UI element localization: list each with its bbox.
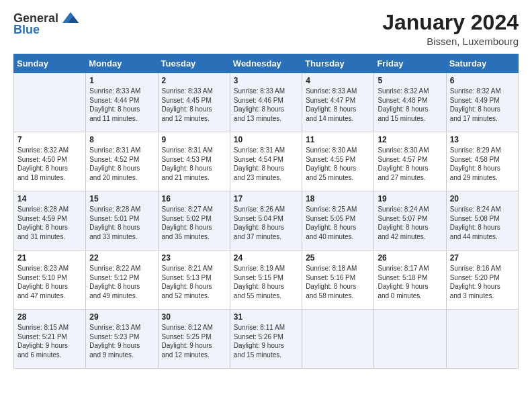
calendar-cell: 25Sunrise: 8:18 AM Sunset: 5:16 PM Dayli… bbox=[302, 250, 374, 310]
day-number: 3 bbox=[234, 76, 298, 85]
day-info: Sunrise: 8:33 AM Sunset: 4:44 PM Dayligh… bbox=[89, 87, 154, 123]
day-info: Sunrise: 8:32 AM Sunset: 4:49 PM Dayligh… bbox=[450, 87, 515, 123]
day-number: 21 bbox=[17, 253, 82, 263]
calendar-cell bbox=[14, 73, 86, 132]
calendar-cell: 15Sunrise: 8:28 AM Sunset: 5:01 PM Dayli… bbox=[86, 191, 158, 250]
day-info: Sunrise: 8:22 AM Sunset: 5:12 PM Dayligh… bbox=[89, 264, 154, 300]
day-number: 9 bbox=[162, 135, 226, 144]
calendar-cell: 6Sunrise: 8:32 AM Sunset: 4:49 PM Daylig… bbox=[446, 73, 518, 132]
day-info: Sunrise: 8:30 AM Sunset: 4:57 PM Dayligh… bbox=[378, 146, 442, 182]
calendar-cell: 23Sunrise: 8:21 AM Sunset: 5:13 PM Dayli… bbox=[158, 250, 230, 310]
calendar-cell: 19Sunrise: 8:24 AM Sunset: 5:07 PM Dayli… bbox=[374, 191, 446, 250]
calendar-cell: 10Sunrise: 8:31 AM Sunset: 4:54 PM Dayli… bbox=[230, 132, 302, 191]
day-number: 30 bbox=[162, 312, 226, 322]
day-info: Sunrise: 8:21 AM Sunset: 5:13 PM Dayligh… bbox=[162, 264, 226, 300]
calendar-cell: 22Sunrise: 8:22 AM Sunset: 5:12 PM Dayli… bbox=[86, 250, 158, 310]
calendar-cell: 21Sunrise: 8:23 AM Sunset: 5:10 PM Dayli… bbox=[14, 250, 86, 310]
day-number: 23 bbox=[162, 253, 226, 263]
calendar-cell: 28Sunrise: 8:15 AM Sunset: 5:21 PM Dayli… bbox=[14, 310, 86, 369]
day-number: 25 bbox=[306, 253, 370, 263]
day-info: Sunrise: 8:15 AM Sunset: 5:21 PM Dayligh… bbox=[17, 323, 82, 359]
logo-blue-text: Blue bbox=[13, 23, 40, 37]
day-info: Sunrise: 8:13 AM Sunset: 5:23 PM Dayligh… bbox=[89, 323, 154, 359]
title-block: January 2024 Bissen, Luxembourg bbox=[382, 11, 519, 47]
calendar-cell: 7Sunrise: 8:32 AM Sunset: 4:50 PM Daylig… bbox=[14, 132, 86, 191]
table-row: 28Sunrise: 8:15 AM Sunset: 5:21 PM Dayli… bbox=[14, 310, 519, 369]
header-saturday: Saturday bbox=[446, 54, 518, 73]
logo: General Blue bbox=[13, 11, 80, 37]
calendar-cell: 18Sunrise: 8:25 AM Sunset: 5:05 PM Dayli… bbox=[302, 191, 374, 250]
day-number: 26 bbox=[378, 253, 442, 263]
table-row: 21Sunrise: 8:23 AM Sunset: 5:10 PM Dayli… bbox=[14, 250, 519, 310]
calendar-cell: 8Sunrise: 8:31 AM Sunset: 4:52 PM Daylig… bbox=[86, 132, 158, 191]
calendar-cell bbox=[302, 310, 374, 369]
calendar-cell: 1Sunrise: 8:33 AM Sunset: 4:44 PM Daylig… bbox=[86, 73, 158, 132]
logo-icon bbox=[61, 11, 80, 26]
header-tuesday: Tuesday bbox=[158, 54, 230, 73]
day-number: 5 bbox=[378, 76, 442, 85]
calendar-cell bbox=[374, 310, 446, 369]
header: General Blue January 2024 Bissen, Luxemb… bbox=[13, 11, 519, 47]
day-number: 19 bbox=[378, 194, 442, 203]
day-number: 2 bbox=[162, 76, 226, 85]
day-number: 8 bbox=[89, 135, 154, 144]
calendar-cell: 5Sunrise: 8:32 AM Sunset: 4:48 PM Daylig… bbox=[374, 73, 446, 132]
day-info: Sunrise: 8:23 AM Sunset: 5:10 PM Dayligh… bbox=[17, 264, 82, 300]
calendar-cell: 17Sunrise: 8:26 AM Sunset: 5:04 PM Dayli… bbox=[230, 191, 302, 250]
day-info: Sunrise: 8:12 AM Sunset: 5:25 PM Dayligh… bbox=[162, 323, 226, 359]
day-number: 16 bbox=[162, 194, 226, 203]
day-info: Sunrise: 8:16 AM Sunset: 5:20 PM Dayligh… bbox=[450, 264, 515, 300]
day-info: Sunrise: 8:18 AM Sunset: 5:16 PM Dayligh… bbox=[306, 264, 370, 300]
day-info: Sunrise: 8:31 AM Sunset: 4:52 PM Dayligh… bbox=[89, 146, 154, 182]
day-number: 13 bbox=[450, 135, 515, 144]
day-number: 11 bbox=[306, 135, 370, 144]
day-number: 17 bbox=[234, 194, 298, 203]
day-info: Sunrise: 8:31 AM Sunset: 4:54 PM Dayligh… bbox=[234, 146, 298, 182]
day-info: Sunrise: 8:25 AM Sunset: 5:05 PM Dayligh… bbox=[306, 205, 370, 241]
day-number: 15 bbox=[89, 194, 154, 203]
day-number: 4 bbox=[306, 76, 370, 85]
calendar-cell: 3Sunrise: 8:33 AM Sunset: 4:46 PM Daylig… bbox=[230, 73, 302, 132]
calendar-cell: 4Sunrise: 8:33 AM Sunset: 4:47 PM Daylig… bbox=[302, 73, 374, 132]
calendar-cell: 11Sunrise: 8:30 AM Sunset: 4:55 PM Dayli… bbox=[302, 132, 374, 191]
calendar-cell: 27Sunrise: 8:16 AM Sunset: 5:20 PM Dayli… bbox=[446, 250, 518, 310]
calendar-cell: 9Sunrise: 8:31 AM Sunset: 4:53 PM Daylig… bbox=[158, 132, 230, 191]
day-info: Sunrise: 8:11 AM Sunset: 5:26 PM Dayligh… bbox=[234, 323, 298, 359]
day-info: Sunrise: 8:24 AM Sunset: 5:07 PM Dayligh… bbox=[378, 205, 442, 241]
table-row: 1Sunrise: 8:33 AM Sunset: 4:44 PM Daylig… bbox=[14, 73, 519, 132]
calendar-cell: 26Sunrise: 8:17 AM Sunset: 5:18 PM Dayli… bbox=[374, 250, 446, 310]
day-info: Sunrise: 8:27 AM Sunset: 5:02 PM Dayligh… bbox=[162, 205, 226, 241]
day-info: Sunrise: 8:31 AM Sunset: 4:53 PM Dayligh… bbox=[162, 146, 226, 182]
day-number: 27 bbox=[450, 253, 515, 263]
calendar-cell: 13Sunrise: 8:29 AM Sunset: 4:58 PM Dayli… bbox=[446, 132, 518, 191]
page: General Blue January 2024 Bissen, Luxemb… bbox=[0, 0, 532, 411]
day-number: 31 bbox=[234, 312, 298, 322]
day-info: Sunrise: 8:30 AM Sunset: 4:55 PM Dayligh… bbox=[306, 146, 370, 182]
day-number: 6 bbox=[450, 76, 515, 85]
day-number: 24 bbox=[234, 253, 298, 263]
header-friday: Friday bbox=[374, 54, 446, 73]
day-info: Sunrise: 8:33 AM Sunset: 4:46 PM Dayligh… bbox=[234, 87, 298, 123]
calendar-cell: 20Sunrise: 8:24 AM Sunset: 5:08 PM Dayli… bbox=[446, 191, 518, 250]
day-info: Sunrise: 8:28 AM Sunset: 5:01 PM Dayligh… bbox=[89, 205, 154, 241]
header-thursday: Thursday bbox=[302, 54, 374, 73]
table-row: 7Sunrise: 8:32 AM Sunset: 4:50 PM Daylig… bbox=[14, 132, 519, 191]
table-row: 14Sunrise: 8:28 AM Sunset: 4:59 PM Dayli… bbox=[14, 191, 519, 250]
day-number: 10 bbox=[234, 135, 298, 144]
header-monday: Monday bbox=[86, 54, 158, 73]
calendar-header-row: Sunday Monday Tuesday Wednesday Thursday… bbox=[14, 54, 519, 73]
location: Bissen, Luxembourg bbox=[382, 36, 519, 47]
day-info: Sunrise: 8:19 AM Sunset: 5:15 PM Dayligh… bbox=[234, 264, 298, 300]
calendar-cell: 2Sunrise: 8:33 AM Sunset: 4:45 PM Daylig… bbox=[158, 73, 230, 132]
day-info: Sunrise: 8:29 AM Sunset: 4:58 PM Dayligh… bbox=[450, 146, 515, 182]
day-number: 29 bbox=[89, 312, 154, 322]
header-sunday: Sunday bbox=[14, 54, 86, 73]
day-number: 14 bbox=[17, 194, 82, 203]
day-number: 20 bbox=[450, 194, 515, 203]
calendar-cell: 12Sunrise: 8:30 AM Sunset: 4:57 PM Dayli… bbox=[374, 132, 446, 191]
calendar-cell bbox=[446, 310, 518, 369]
day-info: Sunrise: 8:33 AM Sunset: 4:45 PM Dayligh… bbox=[162, 87, 226, 123]
day-number: 28 bbox=[17, 312, 82, 322]
day-number: 1 bbox=[89, 76, 154, 85]
calendar-cell: 29Sunrise: 8:13 AM Sunset: 5:23 PM Dayli… bbox=[86, 310, 158, 369]
